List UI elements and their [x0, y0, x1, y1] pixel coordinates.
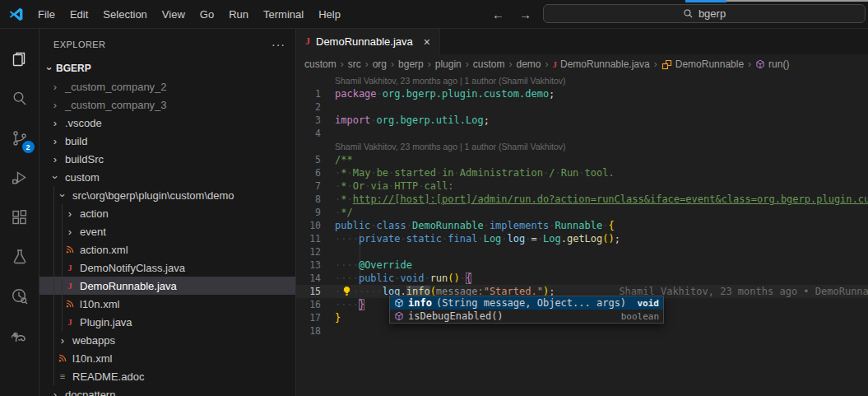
code-line-10[interactable]: 10public·class·DemoRunnable·implements·R… — [296, 219, 868, 232]
breadcrumb-label: run() — [768, 58, 789, 70]
tree-item-action-xml[interactable]: action.xml — [39, 240, 295, 259]
code-line-5[interactable]: 5/** — [296, 153, 868, 166]
activity-gradle[interactable] — [0, 316, 39, 356]
java-file-icon: J — [552, 59, 557, 69]
code-token: ···· — [335, 233, 359, 245]
breadcrumb-run-[interactable]: run() — [755, 58, 789, 70]
code-token: /** — [335, 154, 353, 165]
activity-search[interactable] — [0, 79, 39, 119]
code-line-6[interactable]: 6·*·May·be·started·in·Administration·/·R… — [296, 166, 868, 179]
line-number — [296, 74, 321, 87]
tree-item-label: DemoRunnable.java — [80, 280, 177, 292]
code-line-8[interactable]: 8·*·http://[host]:[port]/admin/run.do?ac… — [296, 193, 868, 206]
close-tab-icon[interactable]: × — [424, 35, 430, 49]
activity-testing[interactable] — [0, 237, 39, 277]
tab-strip: J DemoRunnable.java × — [296, 29, 868, 54]
tree-item-plugin-java[interactable]: JPlugin.java — [39, 313, 295, 331]
suggestion-return-type: void — [638, 298, 660, 309]
menu-file[interactable]: File — [30, 5, 63, 24]
code-editor[interactable]: Shamil Vakhitov, 23 months ago | 1 autho… — [296, 74, 868, 396]
breadcrumb-bgerp[interactable]: bgerp — [398, 58, 424, 70]
breadcrumb-demorunnable-java[interactable]: JDemoRunnable.java — [552, 58, 649, 70]
breadcrumb-org[interactable]: org — [373, 58, 387, 70]
suggestion-isdebugenabled-[interactable]: isDebugEnabled()boolean — [390, 310, 663, 323]
file-tree: ›_custom_company_2›_custom_company_3›.vs… — [39, 77, 295, 396]
back-arrow-icon[interactable]: ← — [492, 7, 504, 21]
menu-run[interactable]: Run — [221, 5, 256, 24]
tree-item-demonotifyclass-java[interactable]: JDemoNotifyClass.java — [39, 259, 295, 277]
code-token: · — [477, 233, 483, 245]
forward-arrow-icon[interactable]: → — [519, 7, 531, 21]
breadcrumb-demo[interactable]: demo — [516, 58, 541, 70]
activity-source-control[interactable]: 2 — [0, 119, 39, 158]
tree-item-custom[interactable]: ›custom — [39, 168, 295, 186]
breadcrumb-demorunnable[interactable]: DemoRunnable — [661, 58, 744, 70]
code-line-11[interactable]: 11····private·static·final·Log·log·=·Log… — [296, 232, 868, 245]
run-debug-icon — [10, 168, 30, 188]
code-token: · — [400, 233, 406, 245]
suggestion-info[interactable]: info(String message, Object... args)void — [390, 296, 663, 310]
class-symbol-icon — [661, 59, 672, 70]
tree-item--custom-company-3[interactable]: ›_custom_company_3 — [39, 96, 295, 114]
line-number: 17 — [296, 311, 321, 324]
tree-item-webapps[interactable]: ›webapps — [39, 331, 295, 349]
breadcrumb-custom[interactable]: custom — [304, 58, 337, 70]
menu-terminal[interactable]: Terminal — [256, 5, 311, 24]
code-token: () — [602, 233, 614, 245]
suggestion-return-type: boolean — [621, 311, 659, 322]
tree-item-src-org-bgerp-plugin-custom-demo[interactable]: ›src\org\bgerp\plugin\custom\demo — [39, 186, 295, 204]
breadcrumb-custom[interactable]: custom — [473, 58, 505, 70]
breadcrumb-label: DemoRunnable — [675, 58, 744, 70]
activity-run-and-debug[interactable] — [0, 158, 39, 198]
tree-item-buildsrc[interactable]: ›buildSrc — [39, 150, 295, 168]
breadcrumb-plugin[interactable]: plugin — [435, 58, 462, 70]
code-line-2[interactable]: 2 — [296, 100, 868, 114]
activity-gitlens[interactable] — [0, 277, 39, 316]
code-line-14[interactable]: 14····public·void·run()·{ — [296, 272, 868, 285]
code-token: call: — [424, 180, 453, 192]
activity-explorer[interactable] — [0, 40, 39, 79]
chevron-right-icon: › — [63, 207, 77, 220]
tree-item-build[interactable]: ›build — [39, 132, 295, 150]
menu-help[interactable]: Help — [311, 5, 348, 24]
command-center-search[interactable]: bgerp — [543, 4, 866, 23]
code-token: static — [406, 233, 442, 245]
tab-demorunnable[interactable]: J DemoRunnable.java × — [296, 29, 440, 54]
xml-file-icon — [63, 299, 77, 309]
tree-item-l10n-xml[interactable]: l10n.xml — [39, 295, 295, 313]
code-token: { — [608, 220, 614, 231]
line-number: 5 — [296, 153, 321, 166]
code-line-1[interactable]: 1package·org.bgerp.plugin.custom.demo; — [296, 87, 868, 100]
tree-item--vscode[interactable]: ›.vscode — [39, 114, 295, 132]
code-line-content: ·*·http://[host]:[port]/admin/run.do?act… — [335, 193, 868, 206]
code-line-18[interactable]: 18 — [296, 324, 868, 338]
tree-item-event[interactable]: ›event — [39, 222, 295, 240]
tree-item-docpattern[interactable]: ›docpattern — [39, 385, 295, 396]
sidebar-title: EXPLORER — [53, 40, 105, 49]
code-line-4[interactable]: 4 — [296, 127, 868, 140]
code-line-content: ·*/ — [335, 206, 353, 219]
workspace-root-row[interactable]: › BGERP — [39, 59, 295, 77]
tree-item-l10n-xml[interactable]: l10n.xml — [39, 349, 295, 367]
tree-item-demorunnable-java[interactable]: JDemoRunnable.java — [39, 277, 295, 295]
menu-selection[interactable]: Selection — [95, 5, 154, 24]
code-line-3[interactable]: 3import·org.bgerp.util.Log; — [296, 114, 868, 127]
breadcrumb-src[interactable]: src — [348, 58, 361, 70]
code-line-12[interactable]: 12 — [296, 245, 868, 259]
code-line-9[interactable]: 9·*/ — [296, 206, 868, 219]
tree-item-action[interactable]: ›action — [39, 204, 295, 222]
tree-item--custom-company-2[interactable]: ›_custom_company_2 — [39, 77, 295, 96]
code-line-13[interactable]: 13····@Override — [296, 259, 868, 272]
tree-item-label: action — [80, 207, 109, 220]
code-token: http://[host]:[port]/admin/run.do?action… — [353, 193, 868, 205]
code-line-7[interactable]: 7·*·Or·via·HTTP·call: — [296, 179, 868, 193]
code-token: org.bgerp.plugin.custom.demo — [383, 88, 549, 100]
menu-view[interactable]: View — [155, 5, 193, 24]
tree-item-readme-adoc[interactable]: ≡README.adoc — [39, 367, 295, 385]
menu-edit[interactable]: Edit — [63, 5, 95, 24]
code-line-content: ····private·static·final·Log·log·=·Log.g… — [335, 232, 620, 245]
testing-beaker-icon — [10, 247, 30, 267]
menu-go[interactable]: Go — [193, 5, 221, 24]
more-actions-icon[interactable]: ··· — [272, 38, 285, 51]
activity-extensions[interactable] — [0, 198, 39, 237]
